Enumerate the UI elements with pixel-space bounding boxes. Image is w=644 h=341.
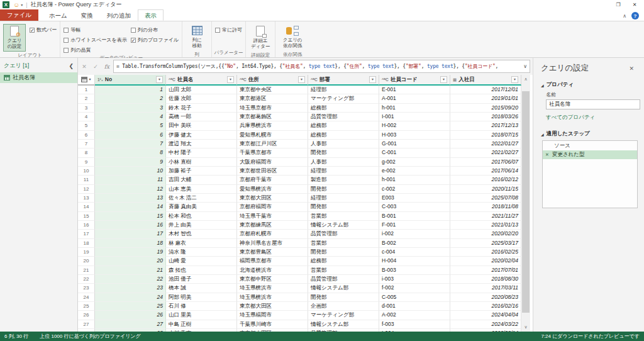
row-number[interactable]: 27 [78, 320, 95, 329]
row-number[interactable]: 7 [78, 140, 95, 148]
cell-住所[interactable]: 愛知県札幌市 [237, 131, 308, 140]
cell-部署[interactable]: 経理部 [308, 86, 379, 94]
formula-commit-icon[interactable]: ✓ [91, 64, 101, 70]
cell-社員コード[interactable]: e-002 [379, 167, 450, 176]
cell-社員名[interactable]: 山田 太郎 [166, 86, 237, 94]
cell-住所[interactable]: 東京都練馬区 [237, 221, 308, 230]
row-number[interactable]: 18 [78, 239, 95, 248]
cell-社員コード[interactable]: h-001 [379, 176, 450, 184]
cell-部署[interactable]: 開発部 [308, 248, 379, 257]
cell-No[interactable]: 6 [95, 131, 166, 140]
cell-入社日[interactable]: 2018/07/15 [450, 131, 521, 140]
cell-社員名[interactable]: 山崎 愛 [166, 257, 237, 266]
checkbox-formula-bar[interactable]: ✓ 数式バー [30, 26, 57, 34]
cell-住所[interactable]: 千葉県京都市 [237, 148, 308, 157]
cell-部署[interactable]: 経理部 [308, 194, 379, 203]
filter-dropdown-icon[interactable]: ▾ [298, 76, 305, 83]
step-changed-type[interactable]: ✕ 変更された型 [543, 150, 637, 159]
scroll-up-icon[interactable]: ∧ [521, 75, 530, 84]
quick-access-caret-icon[interactable]: ▾ [21, 3, 23, 7]
cell-社員名[interactable]: 阿部 明美 [166, 293, 237, 302]
cell-No[interactable]: 26 [95, 311, 166, 320]
cell-No[interactable]: 11 [95, 176, 166, 184]
cell-No[interactable]: 7 [95, 140, 166, 148]
cell-入社日[interactable]: 2025/03/17 [450, 239, 521, 248]
cell-社員コード[interactable]: F-001 [379, 221, 450, 230]
row-number[interactable]: 19 [78, 248, 95, 257]
tab-home[interactable]: ホーム [42, 9, 74, 21]
cell-No[interactable]: 2 [95, 94, 166, 103]
column-header-社員コード[interactable]: ᴬᴮC社員コード▾ [379, 75, 450, 86]
checkbox-always-allow[interactable]: 常に許可 [215, 26, 242, 34]
cell-社員コード[interactable]: H-003 [379, 131, 450, 140]
cell-社員名[interactable]: 中村 陽子 [166, 148, 237, 157]
cell-社員コード[interactable]: A-001 [379, 94, 450, 103]
cell-No[interactable]: 5 [95, 121, 166, 130]
cell-住所[interactable]: 京都府札幌市 [237, 230, 308, 238]
cell-部署[interactable]: 情報システム部 [308, 320, 379, 329]
cell-入社日[interactable]: 2016/02/16 [450, 302, 521, 311]
cell-社員名[interactable]: 鈴木 花子 [166, 104, 237, 113]
cell-部署[interactable]: 品質管理部 [308, 275, 379, 284]
cell-No[interactable]: 8 [95, 148, 166, 157]
query-list-item-shain-meibo[interactable]: 社員名簿 [0, 72, 77, 83]
formula-fx-icon[interactable]: fx [102, 64, 112, 70]
row-number[interactable]: 28 [78, 329, 95, 332]
cell-No[interactable]: 16 [95, 221, 166, 230]
query-name-input[interactable]: 社員名簿 [546, 99, 640, 109]
cell-社員名[interactable]: 小林 直樹 [166, 158, 237, 167]
restore-window-button[interactable]: ❐ [610, 1, 626, 9]
vertical-scrollbar[interactable]: ∧ ∨ [521, 75, 530, 332]
cell-入社日[interactable]: 2020/02/04 [450, 257, 521, 266]
cell-住所[interactable]: 東京都世田谷区 [237, 167, 308, 176]
cell-住所[interactable]: 大阪府福岡市 [237, 158, 308, 167]
cell-社員コード[interactable]: h-001 [379, 104, 450, 113]
row-number[interactable]: 23 [78, 284, 95, 293]
cell-社員コード[interactable]: H-004 [379, 257, 450, 266]
cell-社員名[interactable]: 森 拓也 [166, 266, 237, 275]
cell-社員コード[interactable]: i-002 [379, 230, 450, 238]
cell-部署[interactable]: 企画部 [308, 302, 379, 311]
cell-No[interactable]: 9 [95, 158, 166, 167]
cell-No[interactable]: 15 [95, 212, 166, 221]
cell-部署[interactable]: 品質管理部 [308, 113, 379, 121]
cell-部署[interactable]: 開発部 [308, 293, 379, 302]
row-number[interactable]: 6 [78, 131, 95, 140]
cell-入社日[interactable]: 2015/09/20 [450, 104, 521, 113]
cell-社員コード[interactable]: B-002 [379, 239, 450, 248]
checkbox-column-distribution[interactable]: 列の分布 [131, 26, 179, 34]
cell-No[interactable]: 13 [95, 194, 166, 203]
scrollbar-thumb[interactable] [522, 91, 530, 313]
row-number[interactable]: 22 [78, 275, 95, 284]
cell-入社日[interactable]: 2020/11/15 [450, 185, 521, 194]
cell-社員コード[interactable]: i-003 [379, 275, 450, 284]
cell-部署[interactable]: マーケティング部 [308, 311, 379, 320]
cell-入社日[interactable]: 2017/07/01 [450, 266, 521, 275]
cell-住所[interactable]: 埼玉県横浜市 [237, 284, 308, 293]
filter-dropdown-icon[interactable]: ▾ [369, 76, 376, 83]
cell-No[interactable]: 20 [95, 257, 166, 266]
row-number[interactable]: 1 [78, 86, 95, 94]
cell-部署[interactable]: マーケティング部 [308, 94, 379, 103]
cell-住所[interactable]: 東京都大田区 [237, 194, 308, 203]
column-header-住所[interactable]: ᴬᴮC住所▾ [237, 75, 308, 86]
cell-No[interactable]: 17 [95, 230, 166, 238]
cell-社員名[interactable]: 中島 正樹 [166, 320, 237, 329]
cell-入社日[interactable]: 2021/02/27 [450, 148, 521, 157]
cell-入社日[interactable]: 2017/06/14 [450, 167, 521, 176]
query-dependencies-button[interactable]: クエリの 依存関係 [279, 24, 306, 51]
tab-view[interactable]: 表示 [138, 9, 164, 21]
cell-入社日[interactable]: 2023/03/14 [450, 329, 521, 332]
cell-入社日[interactable]: 2016/02/12 [450, 176, 521, 184]
formula-input[interactable]: = Table.TransformColumnTypes(ソース,{{"No",… [113, 60, 530, 73]
cell-住所[interactable]: 兵庫県横浜市 [237, 121, 308, 130]
feedback-smiley-icon[interactable]: ☺ [13, 2, 19, 8]
filter-dropdown-icon[interactable]: ▾ [227, 76, 234, 83]
cell-社員名[interactable]: 木村 智也 [166, 230, 237, 238]
row-number[interactable]: 10 [78, 167, 95, 176]
cell-住所[interactable]: 東京都大田区 [237, 302, 308, 311]
cell-社員コード[interactable]: G-001 [379, 140, 450, 148]
cell-住所[interactable]: 神奈川県名古屋市 [237, 239, 308, 248]
column-header-部署[interactable]: ᴬᴮC部署▾ [308, 75, 379, 86]
filter-dropdown-icon[interactable]: ▾ [156, 76, 163, 83]
